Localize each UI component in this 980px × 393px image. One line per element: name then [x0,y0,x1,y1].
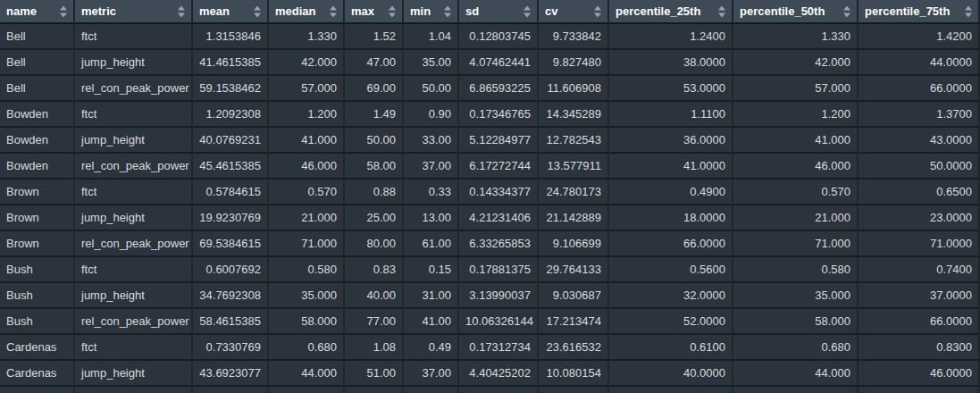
cell-cv: 17.213474 [539,309,609,335]
cell-percentile_75th: 43.0000 [859,128,980,154]
cell-percentile_75th: 23.0000 [859,205,980,231]
cell-percentile_50th: 44.000 [733,361,859,387]
cell-mean: 1.2092308 [193,102,269,128]
cell-percentile_25th: 0.5600 [609,257,733,283]
cell-median: 1.330 [269,24,345,50]
column-label: percentile_25th [616,4,700,18]
column-header-percentile_75th[interactable]: percentile_75th [859,0,980,24]
cell-median: 44.000 [269,361,345,387]
column-header-percentile_25th[interactable]: percentile_25th [609,0,733,24]
cell-sd: 0.14334377 [459,180,539,205]
cell-percentile_50th: 71.000 [733,231,859,257]
cell-name: Bush [0,257,75,283]
cell-percentile_75th: 46.0000 [859,361,980,387]
cell-percentile_50th: 42.000 [733,50,859,76]
table-row: Bowdenjump_height40.076923141.00050.0033… [0,128,980,154]
cell-cv: 29.764133 [539,257,609,283]
table-row: Bushftct0.60076920.5800.830.150.17881375… [0,257,980,283]
cell-metric: rel_con_peak_power [75,154,193,180]
cell-cv: 9.733842 [539,24,609,50]
cell-sd: 4.21231406 [459,205,539,231]
cell-percentile_75th: 66.0000 [859,309,980,335]
cell-min: 61.00 [404,231,459,257]
column-header-percentile_50th[interactable]: percentile_50th [733,0,859,24]
cell-sd: 6.86593225 [459,76,539,102]
cell-mean: 59.1538462 [193,76,269,102]
cell-cv: 9.827480 [539,50,609,76]
cell-mean: 58.4615385 [193,309,269,335]
column-header-sd[interactable]: sd [459,0,539,24]
column-header-mean[interactable]: mean [193,0,269,24]
cell-median: 0.580 [269,257,345,283]
cell-max: 40.00 [345,283,404,309]
cell-percentile_25th: 41.0000 [609,154,733,180]
cell-sd: 3.13990037 [459,283,539,309]
cell-percentile_25th: 0.4900 [609,180,733,205]
column-header-max[interactable]: max [345,0,404,24]
column-label: cv [545,4,557,18]
cell-min: 37.00 [404,154,459,180]
column-header-cv[interactable]: cv [539,0,609,24]
cell-metric: rel_con_peak_power [75,309,193,335]
cell-sd: 10.06326144 [459,309,539,335]
column-label: metric [81,4,116,18]
column-header-median[interactable]: median [269,0,345,24]
cell-percentile_25th: 1.1100 [609,102,733,128]
cell-min: 35.00 [404,50,459,76]
cell-mean: 19.9230769 [193,205,269,231]
cell-max: 51.00 [345,361,404,387]
cell-median: 58.000 [269,309,345,335]
sort-icon [524,5,531,17]
table-row: Brownftct0.57846150.5700.880.330.1433437… [0,180,980,205]
sort-icon [60,5,67,17]
cell-min: 0.33 [404,180,459,205]
cell-percentile_50th: 57.000 [733,76,859,102]
cell-percentile_50th: 58.000 [733,309,859,335]
column-label: median [275,4,316,18]
cell-min: 1.04 [404,24,459,50]
cell-percentile_75th: 0.7400 [859,257,980,283]
cell-percentile_25th: 40.0000 [609,361,733,387]
table-row: Bushjump_height34.769230835.00040.0031.0… [0,283,980,309]
column-label: percentile_50th [740,4,825,18]
sort-icon [389,5,396,17]
cell-sd: 5.12284977 [459,128,539,154]
cell-cv: 12.782543 [539,128,609,154]
cell-metric: rel_con_peak_power [75,76,193,102]
cell-name: Cardenas [0,335,75,361]
cell-name: Brown [0,180,75,205]
cell-percentile_50th [733,387,859,393]
cell-name: Bowden [0,154,75,180]
table-row: Brownrel_con_peak_power69.538461571.0008… [0,231,980,257]
column-label: min [410,4,431,18]
column-header-name[interactable]: name [0,0,75,24]
table-row: Bellrel_con_peak_power59.153846257.00069… [0,76,980,102]
sort-icon [254,5,261,17]
column-label: mean [199,4,230,18]
cell-cv: 14.345289 [539,102,609,128]
cell-percentile_75th: 37.0000 [859,283,980,309]
column-header-min[interactable]: min [404,0,459,24]
cell-cv: 13.577911 [539,154,609,180]
cell-sd: 0.17312734 [459,335,539,361]
cell-median: 0.570 [269,180,345,205]
cell-metric: jump_height [75,50,193,76]
data-viewer: namemetricmeanmedianmaxminsdcvpercentile… [0,0,980,393]
cell-mean: 0.5784615 [193,180,269,205]
column-header-metric[interactable]: metric [75,0,193,24]
cell-cv: 24.780173 [539,180,609,205]
cell-mean: 0.7330769 [193,335,269,361]
cell-median: 0.680 [269,335,345,361]
cell-cv: 9.030687 [539,283,609,309]
table-row: Bowdenftct1.20923081.2001.490.900.173467… [0,102,980,128]
table-row: Cardenasjump_height43.692307744.00051.00… [0,361,980,387]
cell-max: 1.52 [345,24,404,50]
cell-percentile_75th: 0.8300 [859,335,980,361]
cell-cv: 23.616532 [539,335,609,361]
cell-percentile_75th: 1.3700 [859,102,980,128]
cell-percentile_25th: 1.2400 [609,24,733,50]
cell-median: 42.000 [269,50,345,76]
cell-max [345,387,404,393]
sort-icon [178,5,185,17]
cell-max: 58.00 [345,154,404,180]
